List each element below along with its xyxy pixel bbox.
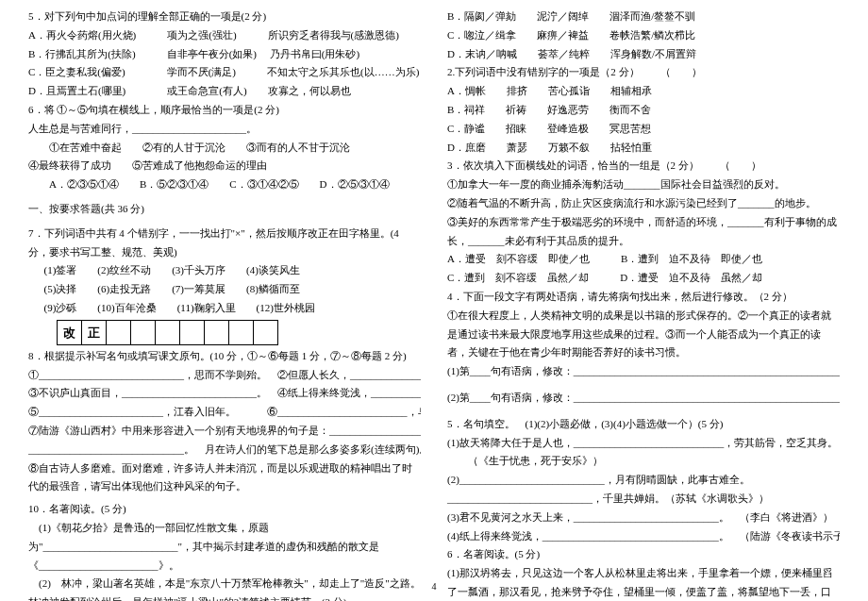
q8-l5: ______________________________。 月在诗人们的笔下…: [28, 441, 421, 459]
q4-stem: 4．下面一段文字有两处语病，请先将病句找出来，然后进行修改。（2 分）: [447, 288, 840, 307]
q3-l3: ③美好的东西常常产生于极端恶劣的环境中，而舒适的环境，_______有利于事物的…: [447, 213, 840, 251]
q10-l1: (1)《朝花夕拾》是鲁迅的一部回忆性散文集，原题为"______________…: [28, 519, 421, 575]
q5r-l1: (1)故天将降大任于是人也，__________________________…: [447, 434, 840, 453]
section1-title: 一、按要求答题(共 36 分): [28, 200, 421, 219]
q5-stem: 5．对下列句中加点词的理解全部正确的一项是(2 分): [28, 8, 421, 26]
q7-r1: (1)签署 (2)纹丝不动 (3)千头万序 (4)谈笑风生: [28, 261, 421, 280]
q4-l1: (1)第____句有语病，修改：________________________…: [447, 362, 840, 381]
q5r-l4: (3)君不见黄河之水天上来，__________________________…: [447, 509, 840, 527]
q6-opts2: ④最终获得了成功 ⑤苦难成了他抱怨命运的理由: [28, 157, 421, 175]
gz-0: 改: [58, 320, 82, 344]
q8-l2: ③不识庐山真面目，__________________________。 ④纸上…: [28, 384, 421, 403]
q1c-c: C．唿泣／缉拿 麻痹／裨益 卷帙浩繁/鳞次栉比: [447, 26, 840, 45]
q10-stem: 10．名著阅读。(5 分): [28, 500, 421, 519]
q2-a: A．惆帐 排挤 苦心孤诣 相辅相承: [447, 82, 840, 101]
q3-l2: ②随着气温的不断升高，防止灾区疫病流行和水源污染已经到了_______的地步。: [447, 194, 840, 213]
gz-7: [229, 320, 254, 344]
q8-stem: 8．根据提示补写名句或填写课文原句。(10 分，①～⑥每题 1 分，⑦～⑧每题 …: [28, 347, 421, 366]
q8-l6: ⑧自古诗人多磨难。面对磨难，许多诗人并未消沉，而是以乐观进取的精神唱出了时代的最…: [28, 459, 421, 497]
q5r-l2: （《生于忧患，死于安乐》）: [447, 452, 840, 471]
q5r-stem: 5．名句填空。 (1)(2)小题必做，(3)(4)小题选做一个）(5 分): [447, 415, 840, 434]
gz-8: [254, 320, 278, 344]
q8-l1: ①____________________________，思而不学则殆。 ②但…: [28, 366, 421, 385]
q5r-l5: (4)纸上得来终觉浅，_____________________________…: [447, 527, 840, 546]
q6-opts: ①在苦难中奋起 ②有的人甘于沉沦 ③而有的人不甘于沉沦: [28, 139, 421, 158]
q5r-l3: (2)____________________________，月有阴晴圆缺，此…: [447, 471, 840, 509]
correction-table: 改 正: [57, 320, 278, 345]
q1c-d: D．末讷／呐喊 荟萃／纯粹 浑身解数/不屑置辩: [447, 45, 840, 64]
gz-6: [205, 320, 229, 344]
q6-pre: 人生总是与苦难同行，______________________。: [28, 120, 421, 139]
q2-stem: 2.下列词语中没有错别字的一项是（2 分） （ ）: [447, 63, 840, 82]
q6r-stem: 6．名著阅读。(5 分): [447, 545, 840, 564]
q10-l2: (2) 林冲，梁山著名英雄，本是"东京八十万禁军枪棒教头"，却走上了"造反"之路…: [28, 575, 421, 601]
q5-c: C．臣之妻私我(偏爱) 学而不厌(满足) 不知太守之乐其乐也(以……为乐): [28, 63, 421, 82]
q3-stem: 3．依次填入下面横线处的词语，恰当的一组是（2 分） （ ）: [447, 157, 840, 175]
gz-1: 正: [82, 320, 107, 344]
q2-b: B．祠祥 祈祷 好逸恶劳 衡而不舍: [447, 101, 840, 120]
gz-3: [131, 320, 156, 344]
q5-b: B．行拂乱其所为(扶除) 自非亭午夜分(如果) 乃丹书帛曰(用朱砂): [28, 45, 421, 64]
q3-a: A．遭受 刻不容缓 即使／也 B．遭到 迫不及待 即使／也: [447, 250, 840, 269]
q6-stem: 6．将 ①～⑤句填在横线上，顺序最恰当的一项是(2 分): [28, 101, 421, 120]
q4-l2: (2)第____句有语病，修改：________________________…: [447, 389, 840, 408]
q7-r2: (5)决择 (6)走投无路 (7)一筹莫展 (8)鳞循而至: [28, 280, 421, 299]
q2-c: C．静谧 招睐 登峰造极 冥思苦想: [447, 120, 840, 139]
gz-4: [156, 320, 180, 344]
q2-d: D．庶磨 萧瑟 万籁不叙 拈轻怕重: [447, 139, 840, 158]
gz-5: [180, 320, 205, 344]
q3-l1: ①加拿大一年一度的商业捕杀海豹活动_______国际社会目益强烈的反对。: [447, 175, 840, 194]
q5-d: D．且焉置土石(哪里) 或王命急宣(有人) 攻寡之，何以易也: [28, 82, 421, 101]
q3-c: C．遭到 刻不容缓 虽然／却 D．遭受 迫不及待 虽然／却: [447, 269, 840, 288]
q7-stem: 7．下列词语中共有 4 个错别字，一一找出打"×"，然后按顺序改正在田字格里。(…: [28, 225, 421, 262]
q5-a: A．再火令药熔(用火烧) 项为之强(强壮) 所识穷乏者得我与(感激恩德): [28, 26, 421, 45]
q1c-b: B．隔阂／弹劾 泥泞／阔绰 涸泽而渔/鳌鳌不驯: [447, 8, 840, 26]
q6-choices: A．②③⑤①④ B．⑤②③①④ C．③①④②⑤ D．②⑤③①④: [28, 175, 421, 194]
gz-2: [107, 320, 131, 344]
page-number: 4: [432, 578, 437, 595]
q6r-l1: (1)那汉坍将去，只见这边一个客人从松林里走将出来，手里拿着一个嫖，便来桶里舀了…: [447, 564, 840, 601]
q4-p: ①在很大程度上，人类精神文明的成果是以书籍的形式保存的。②一个真正的读者就是通过…: [447, 307, 840, 362]
q7-r3: (9)沙砾 (10)百年沧桑 (11)鞠躬入里 (12)世外桃园: [28, 299, 421, 318]
q8-l3: ⑤________________________，江春入旧年。 ⑥______…: [28, 403, 421, 422]
q8-l4: ⑦陆游《游山西村》中用来形容进入一个别有天地境界的句子是：___________…: [28, 422, 421, 441]
